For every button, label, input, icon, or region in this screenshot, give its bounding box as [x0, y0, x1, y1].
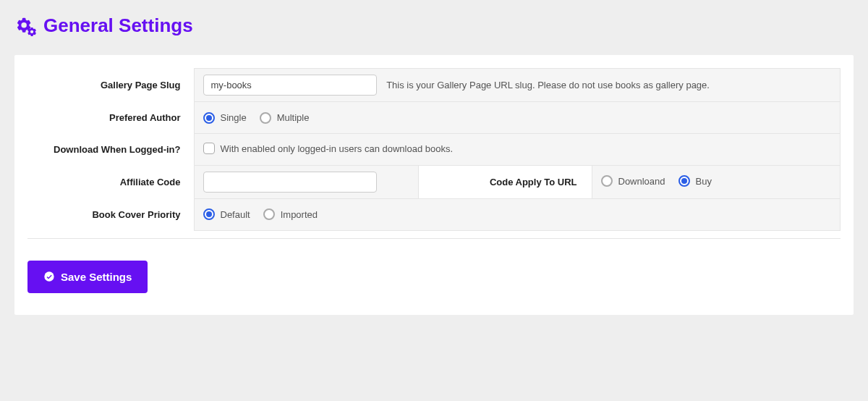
gears-icon — [14, 15, 36, 37]
gallery-slug-label: Gallery Page Slug — [27, 69, 194, 102]
radio-icon — [678, 175, 690, 187]
gallery-slug-helper: This is your Gallery Page URL slug. Plea… — [386, 80, 710, 90]
divider — [27, 238, 841, 239]
code-apply-download-option[interactable]: Downloand — [601, 175, 665, 187]
settings-form: Gallery Page Slug This is your Gallery P… — [27, 68, 841, 231]
page-title: General Settings — [14, 14, 854, 37]
download-logged-in-option[interactable]: With enabled only logged-in users can do… — [203, 143, 454, 154]
save-settings-label: Save Settings — [61, 271, 132, 283]
code-apply-buy-option[interactable]: Buy — [678, 175, 712, 187]
author-single-option[interactable]: Single — [203, 112, 247, 124]
code-apply-download-label: Downloand — [618, 176, 665, 187]
author-multiple-label: Multiple — [277, 112, 310, 123]
cover-priority-label: Book Cover Priority — [27, 199, 194, 231]
radio-icon — [263, 208, 275, 220]
code-apply-label: Code Apply To URL — [418, 166, 592, 199]
radio-icon — [203, 208, 215, 220]
svg-point-0 — [44, 271, 54, 281]
checkbox-icon — [203, 143, 215, 154]
radio-icon — [260, 112, 271, 124]
page-title-text: General Settings — [43, 14, 193, 37]
cover-imported-label: Imported — [281, 209, 318, 220]
affiliate-code-label: Affiliate Code — [27, 166, 194, 199]
cover-default-label: Default — [221, 209, 250, 220]
check-circle-icon — [43, 271, 55, 282]
save-settings-button[interactable]: Save Settings — [27, 261, 148, 293]
author-single-label: Single — [221, 112, 247, 123]
affiliate-code-input[interactable] — [203, 172, 377, 193]
preferred-author-label: Prefered Author — [27, 102, 194, 134]
radio-icon — [601, 175, 613, 187]
settings-panel: Gallery Page Slug This is your Gallery P… — [14, 55, 854, 315]
author-multiple-option[interactable]: Multiple — [260, 112, 310, 124]
cover-default-option[interactable]: Default — [203, 208, 250, 220]
gallery-slug-input[interactable] — [203, 75, 377, 96]
cover-imported-option[interactable]: Imported — [263, 208, 318, 220]
download-logged-in-helper: With enabled only logged-in users can do… — [221, 143, 454, 154]
code-apply-buy-label: Buy — [696, 176, 712, 187]
radio-icon — [203, 112, 215, 124]
download-logged-in-label: Download When Logged-in? — [27, 134, 194, 166]
